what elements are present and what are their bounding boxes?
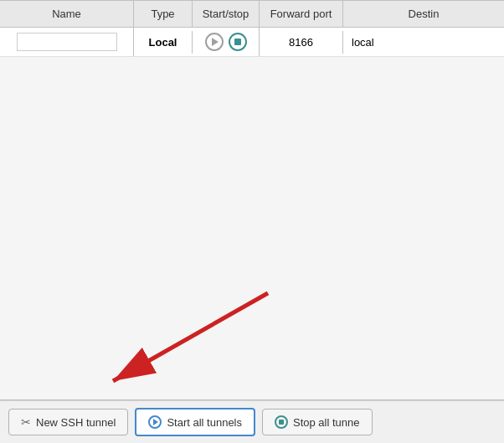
forward-port-value: 8166 <box>289 36 313 49</box>
cell-forwardport: 8166 <box>260 31 343 54</box>
tunnel-name-input[interactable] <box>17 33 117 51</box>
new-ssh-tunnel-label: New SSH tunnel <box>36 416 116 429</box>
start-button[interactable] <box>205 33 224 51</box>
arrow-annotation <box>0 28 504 399</box>
table-header: Name Type Start/stop Forward port Destin <box>0 0 504 28</box>
cell-name <box>0 28 134 56</box>
table-body: Local 8166 local <box>0 28 504 400</box>
new-ssh-tunnel-button[interactable]: ✂ New SSH tunnel <box>8 409 128 435</box>
col-header-destination: Destin <box>343 1 504 27</box>
table-row: Local 8166 local <box>0 28 504 57</box>
ssh-icon: ✂ <box>21 415 31 429</box>
col-header-type: Type <box>134 1 193 27</box>
col-header-forwardport: Forward port <box>260 1 343 27</box>
svg-line-1 <box>113 293 268 381</box>
tunnel-type-label: Local <box>149 36 177 49</box>
main-container: Name Type Start/stop Forward port Destin… <box>0 0 504 443</box>
stop-all-stop-icon <box>275 415 288 429</box>
cell-type: Local <box>134 31 193 54</box>
stop-all-tunnels-button[interactable]: Stop all tunne <box>262 409 373 435</box>
cell-destination: local <box>343 31 504 54</box>
col-header-startstop: Start/stop <box>193 1 260 27</box>
destination-value: local <box>352 36 374 49</box>
start-all-play-icon <box>148 415 162 429</box>
cell-startstop <box>193 28 260 56</box>
col-header-name: Name <box>0 1 134 27</box>
start-all-tunnels-button[interactable]: Start all tunnels <box>135 408 255 436</box>
stop-button[interactable] <box>229 33 247 51</box>
footer: ✂ New SSH tunnel Start all tunnels Stop … <box>0 400 504 443</box>
start-all-label: Start all tunnels <box>167 416 242 429</box>
stop-all-label: Stop all tunne <box>293 416 360 429</box>
